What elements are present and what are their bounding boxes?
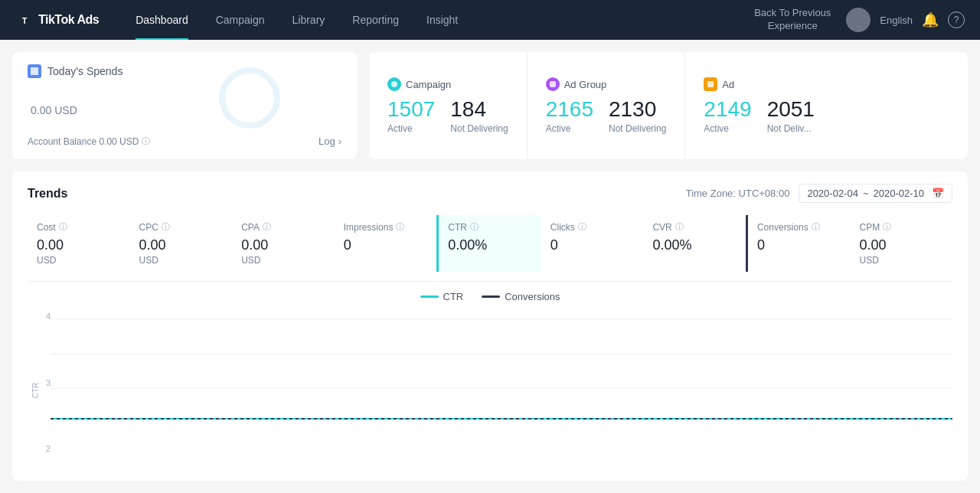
metric-conversions-value: 0 <box>757 237 841 253</box>
nav-link-library[interactable]: Library <box>279 0 339 40</box>
nav-logo-text: TikTok Ads <box>38 13 99 27</box>
metric-conversions-label: Conversions ⓘ <box>757 221 841 233</box>
conversions-help-icon[interactable]: ⓘ <box>812 221 820 233</box>
spends-amount: 0.00USD <box>28 95 77 119</box>
campaign-active-label: Active <box>387 123 435 134</box>
log-label: Log <box>318 135 335 147</box>
arrow-right-icon: › <box>338 135 341 147</box>
spends-icon <box>28 64 41 78</box>
main-content: Today's Spends 0.00USD Account Balance 0… <box>0 40 980 493</box>
metric-cpm-label: CPM ⓘ <box>860 221 944 233</box>
stat-header-ad: Ad <box>704 77 815 91</box>
y-label-2: 2 <box>46 444 51 453</box>
legend-ctr-line <box>420 295 439 298</box>
spends-donut-chart <box>219 67 280 129</box>
log-link[interactable]: Log › <box>318 135 341 147</box>
adgroup-active-num: 2165 <box>546 99 593 120</box>
spends-currency: USD <box>54 104 77 116</box>
avatar[interactable] <box>846 8 871 32</box>
adgroup-active: 2165 Active <box>546 99 593 134</box>
adgroup-icon <box>546 77 560 91</box>
nav-logo: T TikTok Ads <box>15 11 99 29</box>
nav-links: Dashboard Campaign Library Reporting Ins… <box>122 0 754 40</box>
metric-cost-value: 0.00 <box>37 237 121 253</box>
metric-cvr: CVR ⓘ 0.00% <box>643 215 746 272</box>
spends-card: Today's Spends 0.00USD Account Balance 0… <box>12 52 357 159</box>
calendar-icon: 📅 <box>932 188 944 199</box>
nav-link-dashboard[interactable]: Dashboard <box>122 0 202 40</box>
cvr-help-icon[interactable]: ⓘ <box>675 221 684 233</box>
campaign-numbers: 1507 Active 184 Not Delivering <box>387 99 508 134</box>
cost-help-icon[interactable]: ⓘ <box>59 221 67 233</box>
campaign-inactive: 184 Not Delivering <box>450 99 508 134</box>
date-range-picker[interactable]: 2020-02-04 ~ 2020-02-10 📅 <box>799 184 952 203</box>
metric-conversions: Conversions ⓘ 0 <box>746 215 851 272</box>
campaign-icon <box>387 77 401 91</box>
metric-cpm: CPM ⓘ 0.00 USD <box>851 215 953 272</box>
nav-right: English 🔔 ? <box>846 8 965 32</box>
notification-bell-icon[interactable]: 🔔 <box>922 11 939 28</box>
legend-ctr-label: CTR <box>443 291 464 302</box>
svg-rect-4 <box>550 81 556 87</box>
spends-header: Today's Spends <box>28 64 341 78</box>
svg-point-3 <box>391 81 397 87</box>
nav-link-insight[interactable]: Insight <box>413 0 472 40</box>
language-selector[interactable]: English <box>880 15 913 26</box>
nav-back-button[interactable]: Back To PreviousExperience <box>754 7 831 33</box>
metric-cost-unit: USD <box>37 255 121 266</box>
metric-impressions-label: Impressions ⓘ <box>344 221 428 233</box>
metric-clicks-label: Clicks ⓘ <box>550 221 635 233</box>
spends-label: Today's Spends <box>47 65 122 77</box>
trends-header: Trends Time Zone: UTC+08:00 2020-02-04 ~… <box>28 184 952 203</box>
ctr-help-icon[interactable]: ⓘ <box>470 221 479 233</box>
balance-help-icon[interactable]: ⓘ <box>142 135 150 147</box>
metric-ctr-label: CTR ⓘ <box>448 221 532 233</box>
impressions-help-icon[interactable]: ⓘ <box>396 221 404 233</box>
ad-numbers: 2149 Active 2051 Not Deliv... <box>704 99 815 134</box>
legend-conv-line <box>482 295 500 298</box>
chart-legend: CTR Conversions <box>28 291 952 302</box>
cpm-help-icon[interactable]: ⓘ <box>883 221 891 233</box>
metric-clicks-value: 0 <box>550 237 635 253</box>
navbar: T TikTok Ads Dashboard Campaign Library … <box>0 0 980 40</box>
campaign-active: 1507 Active <box>387 99 435 134</box>
spends-balance: Account Balance 0.00 USD ⓘ <box>28 135 341 147</box>
ad-active: 2149 Active <box>704 99 751 134</box>
adgroup-inactive-label: Not Delivering <box>609 123 666 134</box>
top-row: Today's Spends 0.00USD Account Balance 0… <box>12 52 968 159</box>
nav-link-campaign[interactable]: Campaign <box>202 0 279 40</box>
metric-cpm-value: 0.00 <box>860 237 944 253</box>
cpc-help-icon[interactable]: ⓘ <box>162 221 170 233</box>
svg-rect-2 <box>31 67 38 75</box>
chart-body: CTR 4 3 2 <box>28 312 952 469</box>
trends-controls: Time Zone: UTC+08:00 2020-02-04 ~ 2020-0… <box>686 184 952 203</box>
y-axis-label: CTR <box>31 382 40 398</box>
nav-link-reporting[interactable]: Reporting <box>338 0 413 40</box>
y-label-4: 4 <box>46 312 51 321</box>
adgroup-active-label: Active <box>546 123 593 134</box>
ad-active-label: Active <box>704 123 751 134</box>
campaign-title: Campaign <box>406 79 451 90</box>
metric-cvr-label: CVR ⓘ <box>652 221 737 233</box>
metric-ctr: CTR ⓘ 0.00% <box>436 215 541 272</box>
metric-cpc: CPC ⓘ 0.00 USD <box>130 215 233 272</box>
metric-cpc-label: CPC ⓘ <box>139 221 224 233</box>
metric-cpa-value: 0.00 <box>241 237 325 253</box>
campaign-active-num: 1507 <box>387 99 435 120</box>
svg-rect-5 <box>707 81 714 87</box>
svg-text:T: T <box>22 16 28 25</box>
chart-area: CTR Conversions CTR 4 3 2 <box>28 291 952 469</box>
date-separator: ~ <box>863 188 869 199</box>
trends-title: Trends <box>28 187 67 201</box>
metrics-row: Cost ⓘ 0.00 USD CPC ⓘ 0.00 USD CPA ⓘ <box>28 215 952 282</box>
metric-cpa-label: CPA ⓘ <box>241 221 325 233</box>
help-icon[interactable]: ? <box>948 11 965 28</box>
cpa-help-icon[interactable]: ⓘ <box>263 221 271 233</box>
legend-ctr: CTR <box>420 291 464 302</box>
date-end: 2020-02-10 <box>874 188 925 199</box>
y-axis-wrapper: CTR 4 3 2 <box>28 312 51 469</box>
clicks-help-icon[interactable]: ⓘ <box>578 221 586 233</box>
metric-cost-label: Cost ⓘ <box>37 221 121 233</box>
spends-value: 0.00 <box>31 104 51 116</box>
metric-ctr-value: 0.00% <box>448 237 532 253</box>
